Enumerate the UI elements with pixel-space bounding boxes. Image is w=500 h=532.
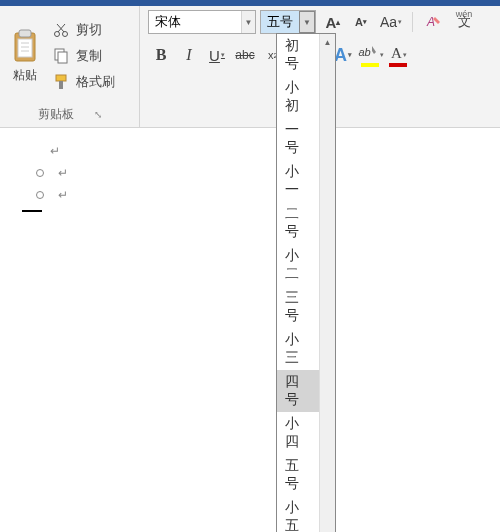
document-area[interactable]: ↵ ↵ ↵	[0, 128, 500, 228]
underline-button[interactable]: U▾	[204, 42, 230, 68]
svg-line-9	[57, 24, 64, 32]
text-cursor	[22, 210, 42, 212]
svg-rect-13	[59, 81, 63, 89]
font-size-input[interactable]	[261, 11, 299, 33]
cut-button[interactable]: 剪切	[52, 19, 135, 41]
paragraph-mark-icon: ↵	[58, 188, 68, 202]
paragraph-mark-icon: ↵	[50, 144, 60, 158]
font-size-dropdown-icon[interactable]: ▼	[299, 11, 315, 33]
font-size-option[interactable]: 小三	[277, 328, 319, 370]
highlight-button[interactable]: ab▾	[358, 42, 384, 68]
dialog-launcher-icon[interactable]: ⤡	[94, 109, 102, 120]
font-size-option[interactable]: 四号	[277, 370, 319, 412]
svg-text:A: A	[426, 15, 435, 29]
font-size-option[interactable]: 三号	[277, 286, 319, 328]
scrollbar[interactable]: ▲ ▼	[319, 34, 335, 532]
font-size-option[interactable]: 小四	[277, 412, 319, 454]
list-item: ↵	[20, 166, 480, 180]
separator	[412, 12, 413, 32]
ribbon: 粘贴 剪切 复制 格式刷 剪贴板 ⤡	[0, 6, 500, 128]
font-size-combo[interactable]: ▼	[260, 10, 316, 34]
brush-icon	[52, 73, 70, 91]
paste-label: 粘贴	[13, 67, 37, 84]
font-color-button[interactable]: A▾	[386, 42, 412, 68]
copy-icon	[52, 47, 70, 65]
phonetic-guide-button[interactable]: wén 文	[451, 10, 477, 34]
svg-point-7	[63, 32, 68, 37]
format-painter-button[interactable]: 格式刷	[52, 71, 135, 93]
change-case-button[interactable]: Aa▾	[378, 10, 404, 34]
svg-point-6	[55, 32, 60, 37]
bullet-icon	[36, 169, 44, 177]
svg-rect-12	[56, 75, 66, 81]
italic-button[interactable]: I	[176, 42, 202, 68]
svg-rect-11	[58, 52, 67, 63]
format-painter-label: 格式刷	[76, 73, 115, 91]
scissors-icon	[52, 21, 70, 39]
ruby-text: wén	[456, 9, 473, 19]
copy-label: 复制	[76, 47, 102, 65]
svg-rect-2	[18, 39, 32, 57]
font-size-option[interactable]: 小一	[277, 160, 319, 202]
paste-button[interactable]: 粘贴	[4, 8, 46, 104]
font-size-option[interactable]: 五号	[277, 454, 319, 496]
font-size-option[interactable]: 二号	[277, 202, 319, 244]
paragraph-line: ↵	[20, 144, 480, 158]
font-name-combo[interactable]: ▼	[148, 10, 256, 34]
copy-button[interactable]: 复制	[52, 45, 135, 67]
clipboard-group: 粘贴 剪切 复制 格式刷 剪贴板 ⤡	[0, 6, 140, 127]
font-name-dropdown-icon[interactable]: ▼	[241, 11, 255, 33]
strikethrough-button[interactable]: abc	[232, 42, 258, 68]
font-size-list: 初号小初一号小一二号小二三号小三四号小四五号小五六号小六七号八号55.56.5	[277, 34, 319, 532]
paste-icon	[9, 29, 41, 65]
list-item: ↵	[20, 188, 480, 202]
svg-rect-1	[19, 30, 31, 37]
font-size-option[interactable]: 小五	[277, 496, 319, 532]
font-size-option[interactable]: 小初	[277, 76, 319, 118]
bullet-icon	[36, 191, 44, 199]
bold-button[interactable]: B	[148, 42, 174, 68]
font-name-input[interactable]	[149, 11, 241, 33]
cut-label: 剪切	[76, 21, 102, 39]
font-size-option[interactable]: 初号	[277, 34, 319, 76]
shrink-font-button[interactable]: A▾	[348, 10, 374, 34]
svg-line-8	[58, 24, 65, 32]
scroll-up-icon[interactable]: ▲	[320, 34, 335, 50]
clear-format-button[interactable]: A	[421, 10, 447, 34]
font-size-option[interactable]: 一号	[277, 118, 319, 160]
grow-font-button[interactable]: A▴	[320, 10, 346, 34]
font-size-option[interactable]: 小二	[277, 244, 319, 286]
clipboard-group-label: 剪贴板 ⤡	[4, 104, 135, 125]
paragraph-mark-icon: ↵	[58, 166, 68, 180]
font-size-dropdown: 初号小初一号小一二号小二三号小三四号小四五号小五六号小六七号八号55.56.5 …	[276, 33, 336, 532]
